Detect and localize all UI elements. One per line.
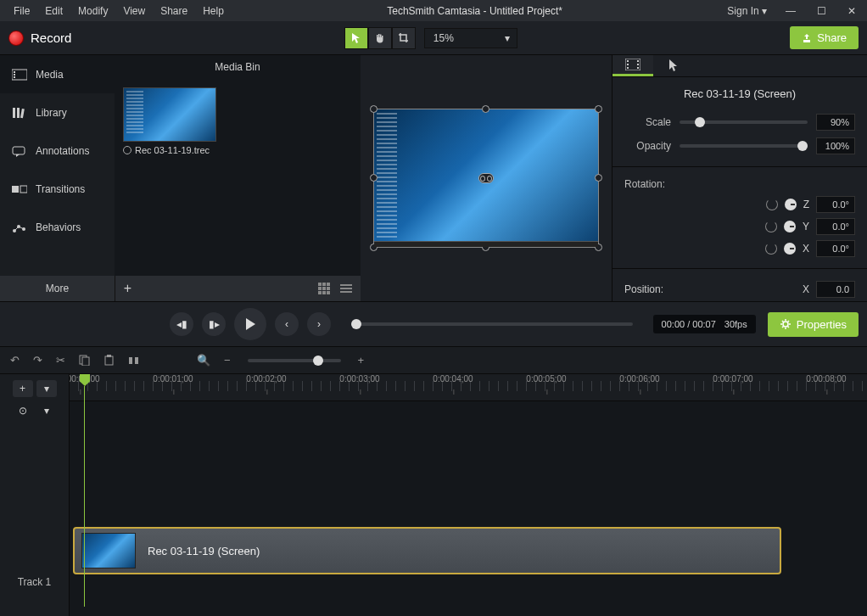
menu-view[interactable]: View: [116, 2, 152, 20]
menu-file[interactable]: File: [7, 2, 36, 20]
sign-in-button[interactable]: Sign In ▾: [719, 5, 775, 17]
crop-tool[interactable]: [392, 27, 416, 49]
timeline-tracks[interactable]: 0:00:00;01 0:00:00;00 0:00:01;00 0:00:02…: [70, 374, 867, 616]
timeline-left-column: + ▾ ⊙ ▾ Track 1: [0, 374, 70, 616]
svg-rect-9: [20, 186, 27, 193]
grid-view-button[interactable]: [315, 280, 333, 297]
share-button[interactable]: Share: [790, 26, 859, 49]
scale-value[interactable]: 90%: [816, 114, 855, 131]
sidebar-item-behaviors[interactable]: Behaviors: [0, 208, 115, 246]
sidebar-item-transitions[interactable]: Transitions: [0, 170, 115, 208]
list-view-button[interactable]: [337, 280, 355, 297]
resize-handle[interactable]: [595, 105, 602, 113]
svg-rect-17: [637, 60, 639, 62]
maximize-button[interactable]: ☐: [806, 0, 836, 21]
sidebar-item-library[interactable]: Library: [0, 93, 115, 132]
track-menu-button[interactable]: ▾: [36, 380, 57, 397]
media-icon: [12, 69, 27, 81]
prev-clip-button[interactable]: ‹: [275, 312, 299, 336]
cut-button[interactable]: ✂: [54, 352, 67, 368]
scale-slider[interactable]: [680, 120, 808, 124]
properties-button[interactable]: Properties: [768, 312, 859, 337]
redo-button[interactable]: ↷: [31, 352, 44, 368]
menu-help[interactable]: Help: [196, 2, 231, 20]
resize-handle[interactable]: [370, 174, 378, 182]
next-frame-button[interactable]: ▮▸: [202, 312, 226, 336]
menu-modify[interactable]: Modify: [71, 2, 115, 20]
add-media-button[interactable]: +: [115, 276, 140, 301]
zoom-in-button[interactable]: +: [356, 352, 366, 368]
zoom-select[interactable]: 15%: [424, 28, 517, 48]
pointer-tool[interactable]: [344, 27, 368, 49]
prev-frame-button[interactable]: ◂▮: [170, 312, 193, 336]
split-button[interactable]: [126, 353, 141, 367]
timeline-toolbar: ↶ ↷ ✂ 🔍 − +: [0, 347, 867, 374]
resize-handle[interactable]: [595, 174, 602, 182]
record-label: Record: [31, 31, 71, 45]
rotate-x-value[interactable]: 0.0°: [816, 240, 855, 257]
canvas[interactable]: [361, 55, 612, 301]
top-toolbar: Record 15% Share: [0, 21, 867, 55]
axis-z: Z: [803, 199, 809, 210]
svg-rect-3: [14, 76, 15, 78]
timeline-clip-name: Rec 03-11-19 (Screen): [148, 545, 260, 557]
rotate-y-value[interactable]: 0.0°: [816, 218, 855, 235]
timeline-zoom-slider[interactable]: [248, 359, 341, 362]
pan-tool[interactable]: [368, 27, 392, 49]
opacity-slider[interactable]: [680, 144, 808, 148]
play-button[interactable]: [234, 308, 266, 340]
timeline-ruler[interactable]: 0:00:00;00 0:00:01;00 0:00:02;00 0:00:03…: [70, 374, 867, 401]
menu-share[interactable]: Share: [154, 2, 194, 20]
canvas-clip[interactable]: [373, 109, 599, 248]
track-options[interactable]: ▾: [36, 402, 57, 419]
resize-handle[interactable]: [370, 105, 378, 113]
window-title: TechSmith Camtasia - Untitled Project*: [231, 5, 719, 17]
resize-handle[interactable]: [370, 244, 378, 251]
magnet-button[interactable]: ⊙: [13, 402, 33, 419]
rotate-z-value[interactable]: 0.0°: [816, 196, 855, 213]
props-tab-cursor[interactable]: [653, 55, 694, 76]
props-tab-visual[interactable]: [612, 55, 653, 76]
resize-handle[interactable]: [482, 105, 489, 113]
undo-button[interactable]: ↶: [8, 352, 21, 368]
svg-rect-14: [627, 60, 629, 62]
sidebar-item-annotations[interactable]: Annotations: [0, 132, 115, 170]
sidebar-item-media[interactable]: Media: [0, 55, 115, 93]
cursor-icon: [668, 59, 679, 72]
media-clip[interactable]: Rec 03-11-19.trec: [123, 87, 216, 155]
copy-button[interactable]: [77, 353, 92, 367]
record-icon: [8, 31, 24, 46]
resize-handle[interactable]: [482, 244, 489, 251]
zoom-out-button[interactable]: −: [222, 352, 232, 368]
add-track-button[interactable]: +: [13, 380, 33, 397]
minimize-button[interactable]: —: [775, 0, 806, 21]
close-button[interactable]: ✕: [836, 0, 867, 21]
ruler-tick: 0:00:03;00: [339, 374, 379, 384]
record-button[interactable]: Record: [8, 31, 71, 46]
timeline-clip[interactable]: Rec 03-11-19 (Screen): [73, 527, 781, 574]
svg-rect-1: [14, 71, 15, 73]
rotate-handle[interactable]: [478, 173, 494, 183]
rotate-x-icon: [765, 243, 777, 255]
titlebar: File Edit Modify View Share Help TechSmi…: [0, 0, 867, 21]
clip-label: Rec 03-11-19.trec: [123, 145, 216, 155]
scrub-bar[interactable]: [351, 322, 633, 326]
menu-edit[interactable]: Edit: [38, 2, 70, 20]
rotate-z-knob[interactable]: [785, 199, 797, 210]
paste-button[interactable]: [102, 353, 116, 367]
opacity-value[interactable]: 100%: [816, 137, 855, 154]
sidebar-more-button[interactable]: More +: [0, 276, 115, 301]
props-clip-title: Rec 03-11-19 (Screen): [612, 77, 867, 110]
pos-x-axis: X: [803, 283, 809, 295]
media-bin-footer: [115, 276, 361, 301]
svg-rect-25: [129, 357, 132, 364]
pos-x-value[interactable]: 0.0: [816, 281, 855, 298]
scale-label: Scale: [624, 116, 671, 128]
resize-handle[interactable]: [595, 244, 602, 251]
next-clip-button[interactable]: ›: [307, 312, 331, 336]
track-label[interactable]: Track 1: [0, 547, 69, 616]
svg-rect-22: [82, 357, 89, 366]
rotate-x-knob[interactable]: [784, 243, 796, 255]
playback-bar: ◂▮ ▮▸ ‹ › 00:00 / 00:0730fps Properties: [0, 301, 867, 347]
rotate-y-knob[interactable]: [784, 221, 796, 232]
